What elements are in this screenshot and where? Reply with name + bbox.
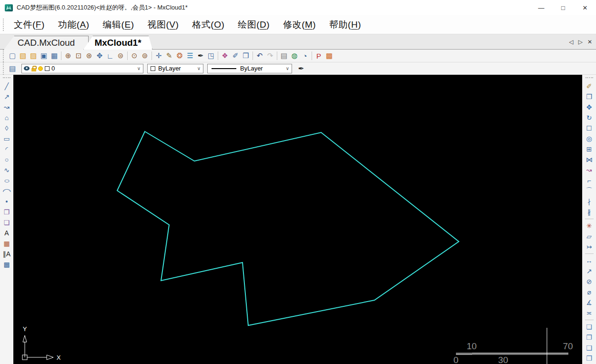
tab-close-icon[interactable]: ✕ xyxy=(587,39,592,45)
paint-brush-icon[interactable]: ✒ xyxy=(195,51,206,61)
open-file-icon[interactable]: ▧ xyxy=(18,51,28,61)
match-properties-icon[interactable]: ✐ xyxy=(230,51,241,61)
array-icon[interactable]: ⊞ xyxy=(584,144,595,154)
circle-icon[interactable]: ○ xyxy=(1,154,12,165)
match-properties-button[interactable]: ✒ xyxy=(296,63,306,74)
tab-scroll-right-icon[interactable]: ▷ xyxy=(578,39,583,45)
chamfer-icon[interactable]: ⌐ xyxy=(584,175,595,186)
dim-radius-icon[interactable]: ⊘ xyxy=(584,276,595,287)
edit-pencil-icon[interactable]: ✎ xyxy=(164,51,174,61)
ellipse-arc-icon[interactable]: ◠ xyxy=(1,186,12,196)
fillet-icon[interactable]: ⌒ xyxy=(584,186,595,196)
tab-scroll-left-icon[interactable]: ◁ xyxy=(569,39,573,45)
minimize-button[interactable]: — xyxy=(530,0,552,15)
erase-icon[interactable]: ✐ xyxy=(584,81,595,91)
pan-icon[interactable]: ✥ xyxy=(94,51,105,61)
menu-help[interactable]: 帮助(H) xyxy=(323,15,368,34)
color-select[interactable]: ByLayer ∨ xyxy=(147,64,203,73)
undo-icon[interactable]: ↶ xyxy=(254,51,265,61)
copy-icon[interactable]: ❒ xyxy=(584,91,595,102)
menu-format[interactable]: 格式(O) xyxy=(185,15,231,34)
tab-mxcloud1-active[interactable]: MxCloud1* xyxy=(83,36,152,50)
text-icon[interactable]: A xyxy=(1,228,12,238)
layer-select[interactable]: 0 ∨ xyxy=(21,64,143,73)
point-icon[interactable]: • xyxy=(1,196,12,207)
polyline-edit-icon[interactable]: ▱ xyxy=(584,231,595,242)
mtext-icon[interactable]: ∥A xyxy=(1,249,12,259)
layer-colors-icon[interactable]: ☰ xyxy=(185,51,195,61)
layer-current-icon[interactable]: ❑ xyxy=(584,343,595,353)
palette-icon[interactable]: ❂ xyxy=(174,51,185,61)
toolbar-grip[interactable] xyxy=(3,50,5,62)
print-icon[interactable]: ▤ xyxy=(279,51,289,61)
spline-edit-icon[interactable]: ↝ xyxy=(584,165,595,175)
zoom-realtime-icon[interactable]: ⊜ xyxy=(115,51,126,61)
menu-view[interactable]: 视图(V) xyxy=(141,15,185,34)
menubar-grip[interactable] xyxy=(3,19,5,31)
arc-icon[interactable]: ◜ xyxy=(1,144,12,154)
hatch-icon[interactable]: ▩ xyxy=(1,259,12,270)
layer-merge-icon[interactable]: ❒ xyxy=(584,353,595,364)
dim-diameter-icon[interactable]: ⌀ xyxy=(584,287,595,297)
table-icon[interactable]: ▦ xyxy=(1,238,12,249)
export-pdf-icon[interactable]: P xyxy=(313,51,324,61)
rectangle-icon[interactable]: ▭ xyxy=(1,133,12,144)
spline-icon[interactable]: ∿ xyxy=(1,165,12,175)
snap-move-icon[interactable]: ✛ xyxy=(153,51,164,61)
layer-extract-icon[interactable]: ❐ xyxy=(584,332,595,343)
break-at-point-icon[interactable]: ∤ xyxy=(584,196,595,207)
redo-icon[interactable]: ↷ xyxy=(265,51,275,61)
select-window-icon[interactable]: ☐ xyxy=(584,123,595,133)
toolbar-grip[interactable] xyxy=(3,62,5,75)
polygon-icon[interactable]: ⌂ xyxy=(1,112,12,123)
display-settings-icon[interactable]: ❒ xyxy=(241,51,251,61)
polyline-entity[interactable] xyxy=(117,131,459,325)
block-create-icon[interactable]: ❏ xyxy=(1,217,12,228)
dim-linear-icon[interactable]: ↔ xyxy=(584,255,595,266)
save-icon[interactable]: ▣ xyxy=(39,51,49,61)
open-cloud-file-icon[interactable]: ▨ xyxy=(28,51,39,61)
dim-aligned-icon[interactable]: ↗ xyxy=(584,266,595,276)
mirror-icon[interactable]: ⋈ xyxy=(584,154,595,165)
menu-modify[interactable]: 修改(M) xyxy=(276,15,323,34)
drawing-canvas[interactable]: YX1070030 xyxy=(13,75,582,364)
offset-icon[interactable]: ◎ xyxy=(584,133,595,144)
dim-continue-icon[interactable]: ≍ xyxy=(584,308,595,318)
polygon-inscribed-icon[interactable]: ◊ xyxy=(1,123,12,133)
ucs-angle-icon[interactable]: ∟ xyxy=(105,51,115,61)
layers-manager-button[interactable]: ▤ xyxy=(7,63,18,74)
ellipse-icon[interactable]: ○ xyxy=(1,175,12,186)
zoom-in-icon[interactable]: ⊕ xyxy=(63,51,73,61)
rotate-icon[interactable]: ↻ xyxy=(584,112,595,123)
break-icon[interactable]: ∦ xyxy=(584,207,595,217)
ray-icon[interactable]: ↗ xyxy=(1,91,12,102)
export-image-icon[interactable]: ▩ xyxy=(324,51,334,61)
text-style-icon[interactable]: ❖ xyxy=(220,51,230,61)
canvas-viewport[interactable]: YX1070030 xyxy=(13,75,582,364)
zoom-extents-icon[interactable]: ⊛ xyxy=(84,51,94,61)
web-sync-icon[interactable]: ◔ xyxy=(300,51,310,61)
explode-icon[interactable]: ✳ xyxy=(584,221,595,231)
zoom-previous-icon[interactable]: ⊙ xyxy=(129,51,140,61)
export-window-icon[interactable]: ◳ xyxy=(206,51,216,61)
linetype-select[interactable]: ByLayer ∨ xyxy=(207,64,292,73)
join-icon[interactable]: ↣ xyxy=(584,242,595,252)
save-as-icon[interactable]: ▦ xyxy=(49,51,60,61)
line-icon[interactable]: ╱ xyxy=(1,81,12,91)
tab-cad-mxcloud[interactable]: CAD.MxCloud xyxy=(4,36,89,50)
dim-angular-icon[interactable]: ∡ xyxy=(584,297,595,308)
layer-copy-icon[interactable]: ❏ xyxy=(584,322,595,332)
toolbar-grip[interactable] xyxy=(3,77,10,80)
zoom-object-icon[interactable]: ⊚ xyxy=(140,51,150,61)
maximize-button[interactable]: □ xyxy=(552,0,574,15)
zoom-window-icon[interactable]: ⊡ xyxy=(73,51,84,61)
polyline-icon[interactable]: ↝ xyxy=(1,102,12,112)
block-insert-icon[interactable]: ❐ xyxy=(1,207,12,217)
toolbar-grip[interactable] xyxy=(586,77,593,80)
move-icon[interactable]: ✥ xyxy=(584,102,595,112)
new-file-icon[interactable]: ▢ xyxy=(7,51,18,61)
web-cloud-icon[interactable]: ◍ xyxy=(289,51,300,61)
close-button[interactable]: ✕ xyxy=(574,0,596,15)
menu-function[interactable]: 功能(A) xyxy=(51,15,96,34)
menu-file[interactable]: 文件(F) xyxy=(7,15,51,34)
